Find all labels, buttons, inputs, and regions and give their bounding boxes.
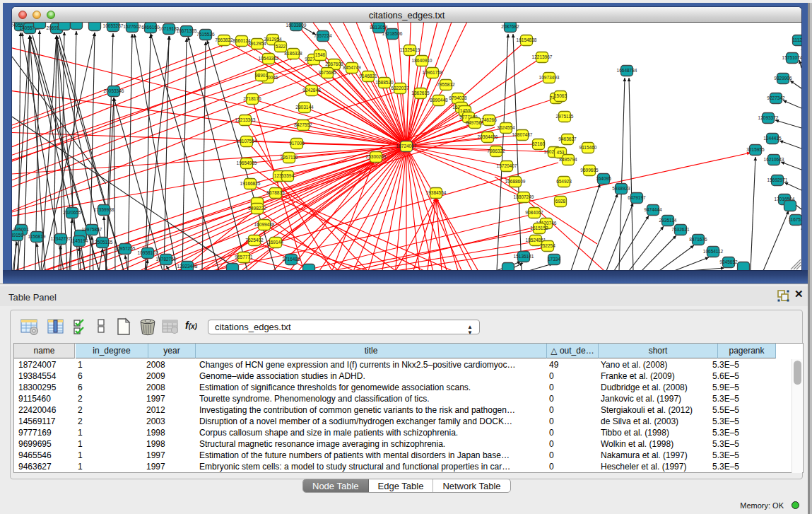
svg-text:746266: 746266: [481, 117, 497, 122]
svg-text:1615152: 1615152: [530, 226, 548, 230]
svg-text:2975115: 2975115: [556, 114, 574, 119]
svg-text:62160: 62160: [532, 141, 545, 146]
svg-text:9245652: 9245652: [719, 259, 738, 264]
svg-text:12093372: 12093372: [758, 115, 779, 120]
svg-text:39159: 39159: [12, 233, 23, 238]
svg-text:1588520: 1588520: [375, 80, 394, 85]
svg-text:16671355: 16671355: [177, 28, 197, 33]
svg-text:7663822: 7663822: [215, 37, 233, 42]
svg-text:17334: 17334: [548, 257, 560, 262]
svg-text:11325419: 11325419: [400, 47, 420, 52]
svg-text:8678835: 8678835: [266, 190, 285, 195]
svg-text:9115460: 9115460: [579, 145, 597, 150]
svg-text:9242848: 9242848: [302, 88, 321, 93]
svg-text:8427552: 8427552: [294, 122, 312, 127]
svg-text:2718176: 2718176: [243, 96, 261, 101]
svg-text:3215955: 3215955: [746, 147, 765, 152]
svg-text:11125: 11125: [792, 37, 801, 42]
svg-text:19218506: 19218506: [382, 31, 403, 36]
svg-text:10653287: 10653287: [103, 23, 124, 28]
svg-text:169144: 169144: [268, 240, 283, 245]
svg-text:18724007: 18724007: [396, 144, 417, 148]
svg-text:5498222: 5498222: [248, 206, 266, 211]
svg-text:19166825: 19166825: [240, 181, 261, 186]
svg-text:2803144: 2803144: [295, 105, 314, 110]
svg-text:16210643: 16210643: [764, 157, 784, 162]
svg-text:9474444: 9474444: [644, 207, 662, 212]
svg-text:5322: 5322: [276, 44, 286, 49]
svg-text:8186328: 8186328: [284, 51, 302, 56]
svg-text:12342737: 12342737: [51, 236, 71, 241]
svg-text:8990448: 8990448: [430, 98, 448, 103]
svg-text:3624554: 3624554: [497, 125, 515, 130]
svg-text:16033809: 16033809: [286, 23, 307, 28]
svg-text:16648784: 16648784: [617, 68, 637, 73]
svg-text:98901: 98901: [255, 73, 268, 78]
svg-text:116753: 116753: [788, 217, 801, 222]
svg-text:2087682: 2087682: [501, 24, 519, 29]
svg-text:917006: 917006: [289, 141, 305, 146]
svg-text:453: 453: [557, 150, 565, 155]
svg-text:12923448: 12923448: [177, 264, 198, 269]
svg-text:12213363: 12213363: [235, 117, 256, 122]
svg-text:1244415: 1244415: [763, 136, 782, 141]
svg-text:1156819: 1156819: [28, 234, 46, 239]
svg-text:10654112: 10654112: [703, 249, 724, 254]
svg-text:12213967: 12213967: [532, 54, 553, 59]
svg-text:10973493: 10973493: [539, 75, 560, 80]
svg-text:10543362: 10543362: [259, 56, 279, 61]
svg-text:15136141: 15136141: [514, 254, 534, 259]
svg-text:5938923: 5938923: [612, 186, 630, 191]
svg-text:19654985: 19654985: [237, 160, 257, 165]
svg-text:6322037: 6322037: [391, 86, 409, 90]
svg-text:17957255: 17957255: [115, 246, 136, 251]
svg-text:18807249: 18807249: [514, 194, 534, 199]
svg-text:1145194: 1145194: [71, 238, 88, 243]
svg-text:8495794: 8495794: [559, 157, 577, 162]
svg-text:9084067: 9084067: [525, 210, 543, 215]
svg-text:7357224: 7357224: [314, 33, 332, 38]
svg-text:9657771: 9657771: [235, 255, 253, 259]
svg-text:15720407: 15720407: [497, 163, 517, 168]
svg-text:9699695: 9699695: [580, 168, 599, 173]
svg-text:6479197: 6479197: [628, 195, 646, 200]
svg-text:18640910: 18640910: [412, 58, 433, 63]
svg-text:19384554: 19384554: [426, 190, 447, 195]
svg-text:18107554: 18107554: [237, 139, 257, 144]
svg-text:19975857: 19975857: [82, 227, 102, 232]
svg-text:10688609: 10688609: [505, 179, 526, 184]
svg-text:12505135: 12505135: [93, 240, 113, 245]
svg-text:53594: 53594: [281, 173, 294, 178]
svg-text:7625402: 7625402: [245, 238, 264, 243]
svg-text:15751074: 15751074: [782, 55, 801, 60]
svg-text:8454749: 8454749: [343, 65, 361, 70]
svg-text:3267110: 3267110: [281, 155, 298, 160]
svg-text:654923: 654923: [556, 179, 572, 184]
svg-text:2935114: 2935114: [659, 218, 677, 223]
svg-text:9329906: 9329906: [774, 76, 792, 81]
svg-text:164095: 164095: [596, 176, 611, 181]
svg-text:6928: 6928: [555, 199, 566, 204]
svg-text:20364436: 20364436: [478, 134, 498, 139]
svg-text:1546: 1546: [315, 52, 326, 57]
svg-text:17359938: 17359938: [94, 207, 114, 212]
svg-text:252254: 252254: [540, 243, 555, 248]
svg-text:10807487: 10807487: [512, 132, 533, 137]
svg-text:7955812: 7955812: [437, 82, 455, 87]
svg-text:8813054: 8813054: [370, 25, 388, 30]
svg-text:10958107: 10958107: [138, 250, 158, 255]
svg-text:9227342: 9227342: [767, 95, 785, 100]
svg-text:7515526: 7515526: [196, 32, 215, 37]
svg-text:10961758: 10961758: [423, 70, 443, 75]
svg-text:8471676: 8471676: [689, 237, 707, 242]
svg-text:7632621: 7632621: [671, 227, 690, 232]
svg-text:20053346: 20053346: [104, 88, 124, 93]
svg-text:16782759: 16782759: [156, 257, 177, 262]
svg-text:15692971: 15692971: [767, 177, 788, 182]
svg-text:3716485: 3716485: [282, 257, 300, 262]
svg-text:2367608: 2367608: [325, 62, 343, 66]
svg-text:9146821: 9146821: [359, 74, 377, 78]
svg-text:9463627: 9463627: [558, 136, 577, 141]
svg-text:6466160: 6466160: [141, 25, 160, 30]
svg-text:16154838: 16154838: [517, 37, 537, 42]
